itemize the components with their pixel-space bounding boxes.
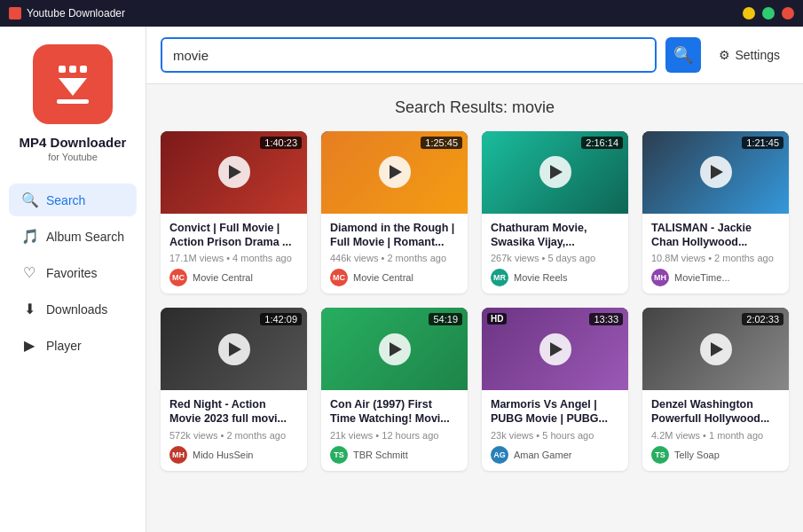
titlebar-title: Youtube Downloader (27, 7, 743, 20)
play-icon (390, 165, 402, 179)
channel-avatar: MH (169, 446, 187, 464)
titlebar: Youtube Downloader (0, 0, 803, 27)
logo-dots (59, 66, 87, 73)
search-icon: 🔍 (673, 45, 693, 65)
player-icon: ▶ (21, 337, 37, 354)
video-card[interactable]: 2:16:14 Chathuram Movie, Swasika Vijay,.… (482, 131, 628, 293)
video-title: Chathuram Movie, Swasika Vijay,... (491, 221, 619, 250)
play-button[interactable] (379, 333, 411, 365)
app-title: MP4 Downloader (20, 135, 127, 150)
channel-row: MC Movie Central (169, 269, 298, 286)
channel-avatar: TS (651, 446, 669, 464)
card-info: Denzel Washington Powerfull Hollywood...… (642, 390, 789, 471)
channel-avatar: AG (491, 446, 508, 464)
duration-badge: 1:40:23 (260, 137, 302, 149)
hd-badge: HD (487, 313, 507, 325)
sidebar-item-player[interactable]: ▶ Player (9, 329, 137, 362)
play-icon (229, 165, 241, 179)
video-title: Convict | Full Movie | Action Prison Dra… (169, 221, 298, 250)
settings-icon: ⚙ (719, 48, 730, 62)
logo-dot-1 (59, 66, 66, 73)
nav-label-album-search: Album Search (46, 230, 124, 244)
video-card[interactable]: 1:25:45 Diamond in the Rough | Full Movi… (321, 131, 468, 293)
results-grid: 1:40:23 Convict | Full Movie | Action Pr… (161, 131, 789, 471)
duration-badge: 2:02:33 (742, 313, 783, 325)
video-meta: 446k views • 2 months ago (330, 253, 459, 263)
sidebar-item-search[interactable]: 🔍 Search (9, 184, 137, 216)
video-meta: 21k views • 12 hours ago (330, 430, 459, 441)
settings-button[interactable]: ⚙ Settings (710, 43, 789, 67)
card-info: Marmoris Vs Angel | PUBG Movie | PUBG...… (482, 390, 628, 471)
app-logo (33, 44, 113, 124)
app-icon (9, 7, 21, 20)
video-meta: 17.1M views • 4 months ago (169, 253, 298, 263)
results-area: Search Results: movie 1:40:23 Convict | … (146, 84, 803, 532)
thumbnail-wrap: 13:33 HD (482, 308, 628, 390)
nav-label-downloads: Downloads (46, 302, 107, 317)
video-meta: 10.8M views • 2 months ago (651, 253, 780, 263)
play-icon (711, 165, 723, 179)
favorites-icon: ♡ (21, 264, 37, 281)
play-button[interactable] (539, 333, 571, 365)
play-icon (390, 342, 402, 356)
minimize-button[interactable] (743, 7, 755, 20)
search-input[interactable] (173, 48, 644, 63)
video-meta: 572k views • 2 months ago (169, 430, 298, 441)
app-body: MP4 Downloader for Youtube 🔍 Search 🎵 Al… (0, 27, 803, 532)
video-meta: 4.2M views • 1 month ago (651, 430, 780, 441)
video-card[interactable]: 1:21:45 TALISMAN - Jackie Chan Hollywood… (642, 131, 789, 293)
channel-row: MC Movie Central (330, 269, 459, 286)
play-button[interactable] (539, 156, 571, 188)
channel-avatar: MR (491, 269, 508, 286)
play-button[interactable] (218, 333, 250, 365)
play-icon (229, 342, 241, 356)
nav-label-search: Search (46, 193, 85, 207)
card-info: Con Air (1997) First Time Watching! Movi… (321, 390, 468, 471)
app-subtitle: for Youtube (48, 152, 98, 162)
channel-row: AG Aman Gamer (491, 446, 619, 464)
logo-bar (57, 99, 89, 104)
video-card[interactable]: 2:02:33 Denzel Washington Powerfull Holl… (642, 308, 789, 470)
nav-label-favorites: Favorites (46, 266, 98, 280)
logo-inner (57, 66, 89, 104)
play-button[interactable] (700, 156, 732, 188)
close-button[interactable] (782, 7, 794, 20)
settings-label: Settings (735, 48, 780, 62)
sidebar-item-downloads[interactable]: ⬇ Downloads (9, 293, 137, 325)
video-title: Red Night - Action Movie 2023 full movi.… (169, 397, 298, 426)
card-info: Chathuram Movie, Swasika Vijay,... 267k … (482, 214, 628, 294)
duration-badge: 54:19 (429, 313, 462, 325)
channel-name: Telly Soap (674, 450, 720, 460)
channel-name: MovieTime... (674, 272, 730, 283)
sidebar-item-album-search[interactable]: 🎵 Album Search (9, 220, 137, 253)
search-input-wrap[interactable] (161, 37, 657, 73)
downloads-icon: ⬇ (21, 301, 37, 317)
nav-items: 🔍 Search 🎵 Album Search ♡ Favorites ⬇ Do… (0, 184, 146, 365)
channel-name: Movie Central (193, 272, 253, 283)
play-button[interactable] (218, 156, 250, 188)
play-button[interactable] (700, 333, 732, 365)
video-card[interactable]: 54:19 Con Air (1997) First Time Watching… (321, 308, 468, 470)
video-card[interactable]: 1:42:09 Red Night - Action Movie 2023 fu… (161, 308, 307, 470)
sidebar-item-favorites[interactable]: ♡ Favorites (9, 256, 137, 289)
thumbnail-wrap: 2:16:14 (482, 131, 628, 214)
play-button[interactable] (379, 156, 411, 188)
channel-row: TS Telly Soap (651, 446, 780, 464)
video-meta: 23k views • 5 hours ago (491, 430, 619, 441)
video-title: TALISMAN - Jackie Chan Hollywood... (651, 221, 780, 250)
thumbnail-wrap: 2:02:33 (642, 308, 789, 390)
duration-badge: 1:21:45 (742, 137, 783, 149)
video-title: Diamond in the Rough | Full Movie | Roma… (330, 221, 459, 250)
channel-row: TS TBR Schmitt (330, 446, 459, 464)
maximize-button[interactable] (762, 7, 775, 20)
channel-name: Movie Central (353, 272, 413, 283)
nav-label-player: Player (46, 339, 82, 353)
album-search-icon: 🎵 (21, 228, 37, 245)
video-card[interactable]: 13:33 HD Marmoris Vs Angel | PUBG Movie … (482, 308, 628, 470)
results-title: Search Results: movie (161, 98, 789, 117)
play-icon (550, 165, 563, 179)
channel-name: TBR Schmitt (353, 450, 408, 460)
video-card[interactable]: 1:40:23 Convict | Full Movie | Action Pr… (161, 131, 307, 293)
search-bar-area: 🔍 ⚙ Settings (146, 27, 803, 84)
search-button[interactable]: 🔍 (665, 37, 701, 73)
